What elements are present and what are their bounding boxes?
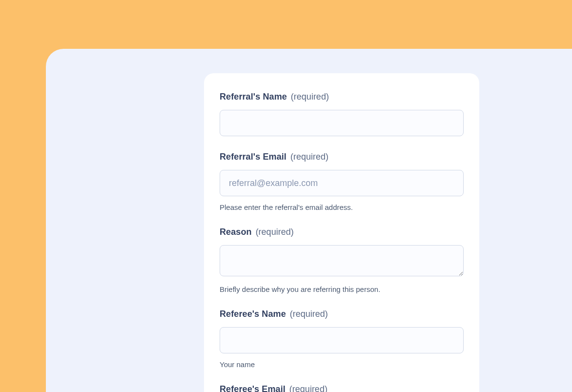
referee-name-input[interactable] xyxy=(220,327,464,353)
page-surface: Referral's Name (required) Referral's Em… xyxy=(46,49,572,392)
field-referee-name: Referee's Name (required) Your name xyxy=(220,309,464,369)
reason-textarea[interactable] xyxy=(220,245,464,276)
form-card: Referral's Name (required) Referral's Em… xyxy=(204,73,479,392)
referral-name-label: Referral's Name xyxy=(220,92,287,102)
field-reason: Reason (required) Briefly describe why y… xyxy=(220,227,464,293)
field-referral-name: Referral's Name (required) xyxy=(220,92,464,136)
referral-email-label: Referral's Email xyxy=(220,152,286,162)
field-referral-email: Referral's Email (required) Please enter… xyxy=(220,152,464,211)
referral-name-input[interactable] xyxy=(220,110,464,136)
referee-name-label: Referee's Name xyxy=(220,309,286,319)
required-indicator: (required) xyxy=(289,384,327,392)
required-indicator: (required) xyxy=(290,152,328,162)
label-row: Referee's Name (required) xyxy=(220,309,464,319)
label-row: Referee's Email (required) xyxy=(220,384,464,392)
label-row: Referral's Email (required) xyxy=(220,152,464,162)
referral-email-help: Please enter the referral's email addres… xyxy=(220,203,464,211)
required-indicator: (required) xyxy=(291,92,329,102)
label-row: Referral's Name (required) xyxy=(220,92,464,102)
referee-email-label: Referee's Email xyxy=(220,384,286,392)
required-indicator: (required) xyxy=(256,227,294,237)
label-row: Reason (required) xyxy=(220,227,464,237)
reason-label: Reason xyxy=(220,227,252,237)
referral-email-input[interactable] xyxy=(220,170,464,196)
required-indicator: (required) xyxy=(290,309,328,319)
field-referee-email: Referee's Email (required) xyxy=(220,384,464,392)
reason-help: Briefly describe why you are referring t… xyxy=(220,285,464,293)
referee-name-help: Your name xyxy=(220,360,464,369)
